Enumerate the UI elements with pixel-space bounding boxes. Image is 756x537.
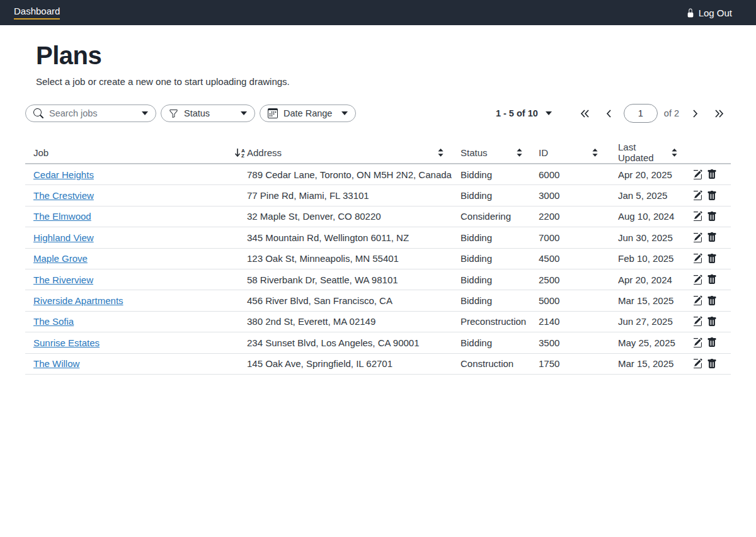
table-row: The Elmwood 32 Maple St, Denver, CO 8022…: [25, 206, 731, 227]
actions-cell: [694, 232, 731, 243]
trash-icon: [707, 337, 717, 348]
job-link[interactable]: Highland View: [33, 232, 94, 243]
address-cell: 145 Oak Ave, Springfield, IL 62701: [247, 358, 461, 369]
id-cell: 3500: [539, 337, 618, 348]
first-page-button[interactable]: [579, 107, 592, 120]
date-range-dropdown[interactable]: Date Range: [260, 105, 356, 122]
table-row: Cedar Heights 789 Cedar Lane, Toronto, O…: [25, 164, 731, 185]
search-jobs-dropdown[interactable]: Search jobs: [25, 105, 156, 122]
table-body: Cedar Heights 789 Cedar Lane, Toronto, O…: [25, 164, 731, 375]
column-label: Job: [33, 147, 49, 158]
delete-button[interactable]: [707, 169, 717, 179]
updated-cell: Apr 20, 2025: [618, 169, 694, 180]
delete-button[interactable]: [707, 317, 717, 327]
edit-button[interactable]: [694, 274, 702, 285]
delete-button[interactable]: [707, 296, 717, 306]
edit-button[interactable]: [694, 316, 702, 327]
column-header-status[interactable]: Status: [461, 147, 539, 158]
chevron-left-icon: [606, 110, 612, 118]
job-cell: Maple Grove: [25, 253, 247, 264]
job-link[interactable]: Maple Grove: [33, 253, 88, 264]
edit-pencil-icon: [694, 337, 702, 348]
chevron-down-icon: [241, 111, 247, 115]
table-row: Riverside Apartments 456 River Blvd, San…: [25, 290, 731, 311]
job-link[interactable]: Riverside Apartments: [33, 295, 123, 306]
delete-button[interactable]: [707, 191, 717, 201]
topbar: Dashboard Log Out: [0, 0, 756, 25]
page-subtitle: Select a job or create a new one to star…: [36, 76, 731, 87]
filters: Search jobs Status: [25, 105, 356, 122]
table-row: The Riverview 58 Riverbank Dr, Seattle, …: [25, 269, 731, 290]
edit-button[interactable]: [694, 169, 702, 180]
updated-cell: Jan 5, 2025: [618, 190, 694, 201]
column-header-address[interactable]: Address: [247, 147, 461, 158]
table-row: The Sofia 380 2nd St, Everett, MA 02149 …: [25, 312, 731, 332]
job-link[interactable]: The Elmwood: [33, 211, 91, 222]
updated-cell: Jun 30, 2025: [618, 232, 694, 243]
main-content: Plans Select a job or create a new one t…: [0, 42, 756, 375]
edit-pencil-icon: [694, 211, 702, 222]
job-link[interactable]: The Riverview: [33, 274, 93, 285]
next-page-button[interactable]: [689, 107, 701, 120]
delete-button[interactable]: [707, 337, 717, 348]
table-row: Highland View 345 Mountain Rd, Wellingto…: [25, 227, 731, 248]
updated-cell: Feb 10, 2025: [618, 253, 694, 264]
actions-cell: [694, 211, 731, 222]
previous-page-button[interactable]: [603, 107, 616, 120]
page-number-input[interactable]: [624, 104, 658, 123]
delete-button[interactable]: [707, 212, 717, 222]
trash-icon: [707, 254, 717, 264]
delete-button[interactable]: [707, 232, 717, 242]
delete-button[interactable]: [707, 274, 717, 285]
column-label: Last Updated: [618, 142, 672, 163]
updated-cell: Mar 15, 2025: [618, 358, 694, 369]
table-row: The Crestview 77 Pine Rd, Miami, FL 3310…: [25, 185, 731, 206]
edit-pencil-icon: [694, 253, 702, 264]
trash-icon: [707, 232, 717, 242]
edit-button[interactable]: [694, 253, 702, 264]
job-cell: Sunrise Estates: [25, 337, 247, 348]
trash-icon: [707, 212, 717, 222]
job-link[interactable]: The Willow: [33, 358, 79, 369]
actions-cell: [694, 337, 731, 348]
column-header-id[interactable]: ID: [539, 147, 618, 158]
actions-cell: [694, 316, 731, 327]
edit-button[interactable]: [694, 211, 702, 222]
edit-button[interactable]: [694, 190, 702, 201]
table-row: The Willow 145 Oak Ave, Springfield, IL …: [25, 354, 731, 375]
job-link[interactable]: Cedar Heights: [33, 169, 94, 180]
column-header-last-updated[interactable]: Last Updated: [618, 142, 694, 163]
address-cell: 234 Sunset Blvd, Los Angeles, CA 90001: [247, 337, 461, 348]
job-cell: Cedar Heights: [25, 169, 247, 180]
status-cell: Bidding: [461, 295, 539, 306]
status-filter-dropdown[interactable]: Status: [161, 105, 255, 122]
status-cell: Bidding: [461, 274, 539, 285]
address-cell: 58 Riverbank Dr, Seattle, WA 98101: [247, 274, 461, 285]
calendar-icon: [268, 108, 278, 118]
actions-cell: [694, 253, 731, 264]
job-cell: Riverside Apartments: [25, 295, 247, 306]
job-link[interactable]: The Sofia: [33, 316, 74, 327]
address-cell: 345 Mountain Rd, Wellington 6011, NZ: [247, 232, 461, 243]
job-cell: The Riverview: [25, 274, 247, 285]
job-link[interactable]: The Crestview: [33, 190, 94, 201]
column-header-job[interactable]: Job A Z: [25, 147, 247, 158]
edit-button[interactable]: [694, 295, 702, 306]
edit-button[interactable]: [694, 232, 702, 243]
logout-button[interactable]: Log Out: [686, 8, 732, 18]
status-cell: Bidding: [461, 232, 539, 243]
edit-button[interactable]: [694, 358, 702, 369]
status-cell: Bidding: [461, 190, 539, 201]
status-cell: Bidding: [461, 169, 539, 180]
column-label: Status: [461, 147, 488, 158]
address-cell: 123 Oak St, Minneapolis, MN 55401: [247, 253, 461, 264]
edit-button[interactable]: [694, 337, 702, 348]
delete-button[interactable]: [707, 254, 717, 264]
dashboard-link[interactable]: Dashboard: [14, 6, 60, 20]
chevron-down-icon: [341, 111, 348, 115]
job-link[interactable]: Sunrise Estates: [33, 337, 100, 348]
page-size-dropdown[interactable]: 1 - 5 of 10: [496, 108, 552, 118]
edit-pencil-icon: [694, 274, 702, 285]
last-page-button[interactable]: [713, 107, 725, 120]
delete-button[interactable]: [707, 359, 717, 369]
